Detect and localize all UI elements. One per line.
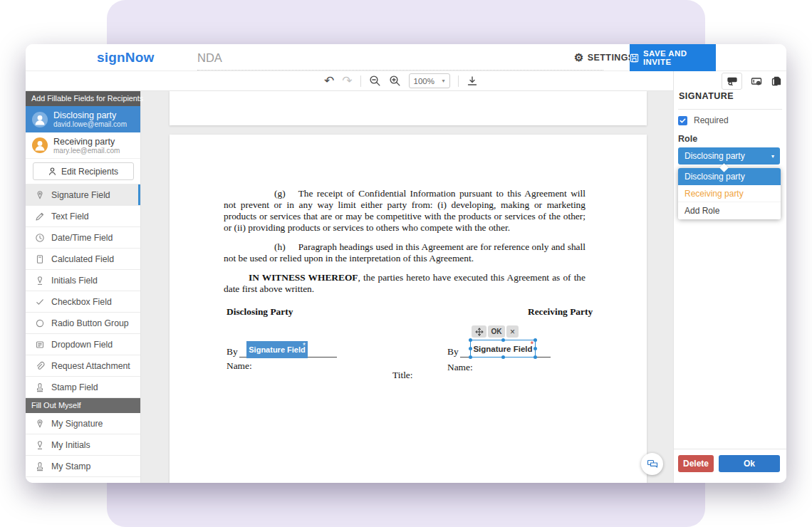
required-checkbox-row[interactable]: Required bbox=[678, 115, 729, 125]
settings-button[interactable]: ⚙ SETTINGS bbox=[574, 44, 635, 71]
sidebar-item-my-signature[interactable]: My Signature bbox=[26, 413, 140, 434]
app-header: signNow NDA ⚙ SETTINGS SAVE AND INVITE bbox=[26, 44, 786, 71]
field-type-label: Signature Field bbox=[51, 190, 110, 200]
document-text: (g)The receipt of Confidential Informati… bbox=[224, 188, 585, 303]
sidebar-item-checkbox-field[interactable]: Checkbox Field bbox=[26, 291, 140, 313]
field-type-label: Checkbox Field bbox=[51, 297, 112, 307]
fill-out-myself-header: Fill Out Myself bbox=[26, 398, 140, 413]
signature-field-disclosing[interactable]: Signature Field * bbox=[246, 341, 308, 358]
role-selected-value: Disclosing party bbox=[685, 151, 745, 161]
edit-recipients-row: Edit Recipients bbox=[26, 159, 140, 184]
dropdown-icon bbox=[35, 340, 45, 350]
text-icon bbox=[35, 212, 45, 221]
name-label: Name: bbox=[227, 360, 252, 372]
recipient-email: mary.lee@email.com bbox=[53, 147, 120, 155]
field-ok-button[interactable]: OK bbox=[488, 325, 505, 338]
recipient-receiving-party[interactable]: Receiving party mary.lee@email.com bbox=[26, 132, 140, 159]
resize-handle[interactable] bbox=[533, 355, 537, 359]
signature-field-receiving-selected[interactable]: Signature Field * bbox=[470, 340, 536, 358]
sidebar-item-initials-field[interactable]: Initials Field bbox=[26, 270, 140, 291]
sidebar-header: Add Fillable Fields for Recipients bbox=[26, 91, 140, 106]
download-icon[interactable] bbox=[467, 75, 478, 87]
fields-sidebar: Add Fillable Fields for Recipients Discl… bbox=[26, 91, 141, 483]
resize-handle[interactable] bbox=[533, 347, 537, 350]
resize-handle[interactable] bbox=[501, 338, 505, 342]
role-option-receiving-party[interactable]: Receiving party bbox=[678, 185, 781, 202]
recipient-name: Receiving party bbox=[53, 137, 120, 147]
by-label: By bbox=[447, 346, 459, 358]
signature-icon bbox=[35, 190, 45, 200]
sidebar-item-stamp-field[interactable]: Stamp Field bbox=[26, 377, 140, 398]
recipient-name: Disclosing party bbox=[53, 110, 127, 120]
sidebar-item-request-attachment[interactable]: Request Attachment bbox=[26, 355, 140, 377]
selected-field-indicator bbox=[138, 184, 140, 205]
toolbar-right-icons bbox=[722, 73, 782, 90]
radio-icon bbox=[35, 318, 45, 328]
clause-label: (h) bbox=[274, 241, 298, 252]
undo-icon[interactable]: ↶ bbox=[324, 75, 334, 87]
sidebar-item-text-field[interactable]: Text Field bbox=[26, 206, 140, 227]
zoom-out-icon[interactable] bbox=[369, 75, 381, 87]
document-canvas[interactable]: (g)The receipt of Confidential Informati… bbox=[141, 91, 673, 483]
floppy-icon bbox=[630, 53, 639, 63]
zoom-level-select[interactable]: 100% ▾ bbox=[409, 73, 450, 88]
app-window: signNow NDA ⚙ SETTINGS SAVE AND INVITE ↶… bbox=[26, 44, 786, 483]
clause-label: (g) bbox=[274, 188, 298, 199]
field-properties-icon[interactable] bbox=[722, 73, 742, 90]
sidebar-item-dropdown-field[interactable]: Dropdown Field bbox=[26, 334, 140, 355]
title-underline bbox=[197, 70, 603, 71]
field-type-label: Text Field bbox=[51, 212, 89, 221]
copy-pages-icon[interactable] bbox=[771, 75, 782, 87]
document-title-input[interactable]: NDA bbox=[197, 44, 222, 71]
role-dropdown-button[interactable]: Disclosing party ▾ bbox=[678, 147, 780, 165]
zoom-in-icon[interactable] bbox=[389, 75, 401, 87]
field-type-list: Signature FieldText FieldDate/Time Field… bbox=[26, 184, 140, 398]
feedback-chat-button[interactable] bbox=[641, 453, 663, 475]
initials-icon bbox=[35, 440, 45, 450]
toolbar-separator bbox=[360, 75, 361, 87]
document-page-2: (g)The receipt of Confidential Informati… bbox=[170, 135, 647, 483]
datetime-icon bbox=[35, 233, 45, 243]
panel-title: SIGNATURE bbox=[679, 91, 734, 101]
name-label: Name: bbox=[447, 362, 473, 373]
field-type-label: Dropdown Field bbox=[51, 340, 113, 350]
delete-button[interactable]: Delete bbox=[678, 455, 714, 472]
sidebar-item-my-stamp[interactable]: My Stamp bbox=[26, 456, 140, 477]
role-option-disclosing-party[interactable]: Disclosing party bbox=[678, 168, 781, 185]
role-label: Role bbox=[678, 134, 697, 144]
edit-recipients-button[interactable]: Edit Recipients bbox=[33, 162, 134, 180]
sidebar-item-date-time-field[interactable]: Date/Time Field bbox=[26, 227, 140, 249]
save-and-invite-button[interactable]: SAVE AND INVITE bbox=[630, 44, 716, 71]
chevron-down-icon: ▾ bbox=[442, 78, 444, 84]
checkbox-checked-icon[interactable] bbox=[678, 116, 687, 125]
card-settings-icon[interactable] bbox=[751, 75, 762, 87]
gear-icon: ⚙ bbox=[574, 51, 584, 64]
sidebar-item-radio-button-group[interactable]: Radio Button Group bbox=[26, 313, 140, 334]
resize-handle[interactable] bbox=[469, 355, 472, 359]
resize-handle[interactable] bbox=[533, 338, 537, 342]
ok-button[interactable]: Ok bbox=[719, 455, 780, 472]
move-field-button[interactable] bbox=[472, 325, 486, 338]
recipient-disclosing-party[interactable]: Disclosing party david.lowe@email.com bbox=[26, 106, 140, 132]
sidebar-item-calculated-field[interactable]: Calculated Field bbox=[26, 249, 140, 270]
field-close-button[interactable]: × bbox=[506, 325, 519, 338]
recipient-email: david.lowe@email.com bbox=[53, 120, 127, 128]
resize-handle[interactable] bbox=[469, 338, 472, 342]
sidebar-item-signature-field[interactable]: Signature Field bbox=[26, 184, 140, 206]
required-marker: * bbox=[303, 342, 306, 350]
resize-handle[interactable] bbox=[469, 347, 472, 350]
sidebar-item-my-initials[interactable]: My Initials bbox=[26, 434, 140, 456]
chat-bubbles-icon bbox=[647, 459, 658, 470]
signature-field-label: Signature Field bbox=[473, 345, 532, 353]
role-option-add-role[interactable]: Add Role bbox=[678, 202, 781, 219]
zoom-level-value: 100% bbox=[414, 77, 434, 85]
field-type-label: My Stamp bbox=[51, 461, 90, 471]
signnow-logo: signNow bbox=[97, 44, 155, 71]
signature-icon bbox=[35, 419, 45, 429]
attachment-icon bbox=[35, 361, 45, 371]
role-dropdown-menu: Disclosing partyReceiving partyAdd Role bbox=[678, 168, 781, 219]
recipient-avatar bbox=[32, 137, 48, 153]
stamp-icon bbox=[35, 461, 45, 471]
redo-icon[interactable]: ↷ bbox=[342, 75, 352, 87]
resize-handle[interactable] bbox=[501, 355, 505, 359]
